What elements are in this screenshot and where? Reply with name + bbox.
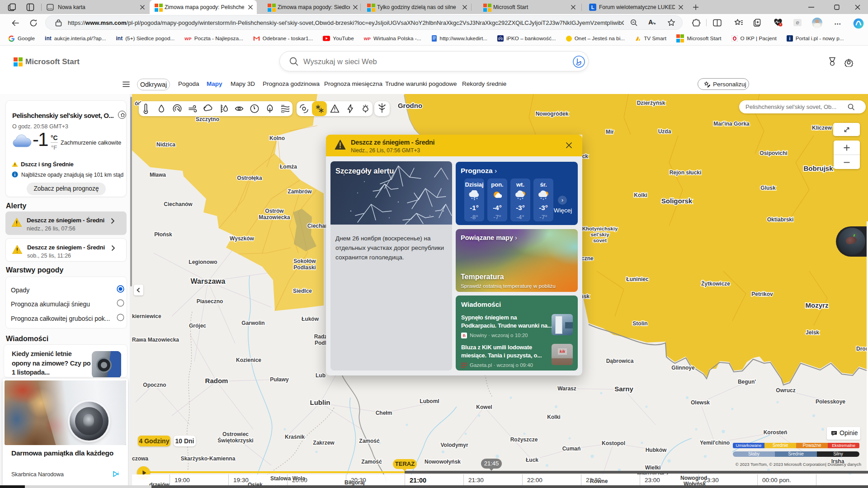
svg-text:Nowogródek: Nowogródek <box>536 111 569 117</box>
svg-text:Kolki: Kolki <box>547 414 560 420</box>
svg-text:Zambrów: Zambrów <box>288 188 312 195</box>
svg-text:Mar'ina Gorka: Mar'ina Gorka <box>713 121 750 127</box>
svg-text:Ostrowiec: Ostrowiec <box>222 431 249 437</box>
svg-text:i: i <box>789 36 790 41</box>
svg-text:Opoczno: Opoczno <box>143 382 166 388</box>
svg-text:Osipovichi: Osipovichi <box>760 150 787 156</box>
svg-text:Rejon słucki: Rejon słucki <box>670 169 702 176</box>
svg-text:Radz: Radz <box>314 333 327 340</box>
svg-text:Volodymyr: Volodymyr <box>440 442 468 448</box>
svg-text:Wielki: Wielki <box>645 465 661 471</box>
svg-text:Mława: Mława <box>150 172 166 178</box>
svg-text:Dzierżyńsk: Dzierżyńsk <box>637 100 665 106</box>
svg-text:Grójec: Grójec <box>189 323 206 329</box>
svg-text:Kozienice: Kozienice <box>236 357 261 363</box>
svg-text:Glinnoye: Glinnoye <box>671 365 695 371</box>
svg-text:Oktiabrski: Oktiabrski <box>767 216 794 223</box>
svg-text:Rożyszcze: Rożyszcze <box>510 436 538 443</box>
svg-text:Kowel: Kowel <box>476 404 492 410</box>
svg-text:Kostopol: Kostopol <box>602 440 625 446</box>
svg-text:Nidzica: Nidzica <box>156 141 175 148</box>
svg-text:Świętokrzyski: Świętokrzyski <box>217 437 253 444</box>
svg-text:Warszawa: Warszawa <box>191 277 226 285</box>
svg-text:Zamość: Zamość <box>359 438 380 444</box>
svg-text:Dąbrowica: Dąbrowica <box>606 358 634 364</box>
svg-text:Rawa Mazowiecka: Rawa Mazowiecka <box>132 337 179 343</box>
svg-text:Żytkowicze: Żytkowicze <box>701 280 730 287</box>
svg-text:Bobrujsk: Bobrujsk <box>803 164 833 172</box>
svg-text:Kliczew: Kliczew <box>812 125 832 131</box>
svg-text:Ciechanów: Ciechanów <box>164 201 193 207</box>
svg-text:Luboml: Luboml <box>420 398 439 404</box>
svg-text:Radom: Radom <box>205 377 228 385</box>
svg-text:Jelsk: Jelsk <box>806 329 819 336</box>
svg-text:Kolki: Kolki <box>634 192 647 198</box>
svg-text:Glusk: Glusk <box>760 185 776 191</box>
svg-text:sel'skiy: sel'skiy <box>590 232 609 237</box>
svg-text:Garwolin: Garwolin <box>241 320 264 326</box>
svg-text:Piaseczno: Piaseczno <box>197 298 223 305</box>
svg-text:Olewsk: Olewsk <box>691 399 710 406</box>
svg-text:Zamość: Zamość <box>361 459 382 465</box>
svg-text:Polesskoye: Polesskoye <box>816 399 845 405</box>
svg-text:Lublin: Lublin <box>310 399 330 406</box>
svg-text:Nowowołyńsk: Nowowołyńsk <box>425 459 461 465</box>
svg-text:Zakrzew: Zakrzew <box>313 440 335 446</box>
svg-text:Ostrołęka: Ostrołęka <box>237 175 262 181</box>
svg-text:Petrikov: Petrikov <box>751 291 773 297</box>
svg-text:sovet: sovet <box>593 238 607 243</box>
svg-text:Mozyrz: Mozyrz <box>806 301 829 309</box>
svg-text:Łuck: Łuck <box>526 457 538 463</box>
svg-text:Uzda: Uzda <box>658 128 671 135</box>
svg-text:Cumań: Cumań <box>562 446 581 452</box>
svg-text:Korosteń: Korosteń <box>764 429 788 436</box>
svg-text:Puławy: Puławy <box>270 376 289 383</box>
svg-text:Yemil'chino: Yemil'chino <box>700 440 730 446</box>
svg-text:Kraśnik: Kraśnik <box>285 434 305 440</box>
svg-text:Wyszków: Wyszków <box>230 235 254 242</box>
svg-text:Begun': Begun' <box>738 379 756 385</box>
svg-text:Kolno: Kolno <box>269 135 285 141</box>
svg-text:Ostrów: Ostrów <box>265 208 284 214</box>
svg-text:Podlaski: Podlaski <box>293 264 316 271</box>
svg-text:Hubków: Hubków <box>646 447 667 453</box>
svg-text:Płońsk: Płońsk <box>154 231 172 238</box>
svg-text:kierniewice: kierniewice <box>132 313 161 319</box>
svg-text:Khotynichskiy: Khotynichskiy <box>582 226 618 231</box>
svg-text:Warasz: Warasz <box>557 385 576 392</box>
svg-text:Chełm: Chełm <box>376 410 392 416</box>
svg-text:Podl: Podl <box>315 340 326 346</box>
svg-text:Siedlce: Siedlce <box>293 288 312 294</box>
svg-text:Lub: Lub <box>316 372 326 379</box>
svg-text:Skarżysko-Kamienna: Skarżysko-Kamienna <box>181 455 236 462</box>
svg-text:Stolin: Stolin <box>632 320 647 327</box>
svg-text:Mir: Mir <box>606 129 614 135</box>
svg-text:Owrucz: Owrucz <box>776 387 795 394</box>
svg-text:Legionowo: Legionowo <box>189 259 217 265</box>
svg-text:Ciechan: Ciechan <box>307 223 329 229</box>
svg-text:Łuków: Łuków <box>302 316 319 322</box>
svg-text:Łomża: Łomża <box>280 164 297 170</box>
svg-text:Sarny: Sarny <box>614 385 633 393</box>
svg-text:Łuniniec: Łuniniec <box>626 276 649 282</box>
svg-text:Szczytno: Szczytno <box>196 116 219 122</box>
svg-text:Mazowiecka: Mazowiecka <box>259 214 290 221</box>
svg-text:Soligorsk: Soligorsk <box>661 197 693 205</box>
svg-text:Grodno: Grodno <box>398 102 422 109</box>
svg-text:Sokołów: Sokołów <box>293 258 316 264</box>
